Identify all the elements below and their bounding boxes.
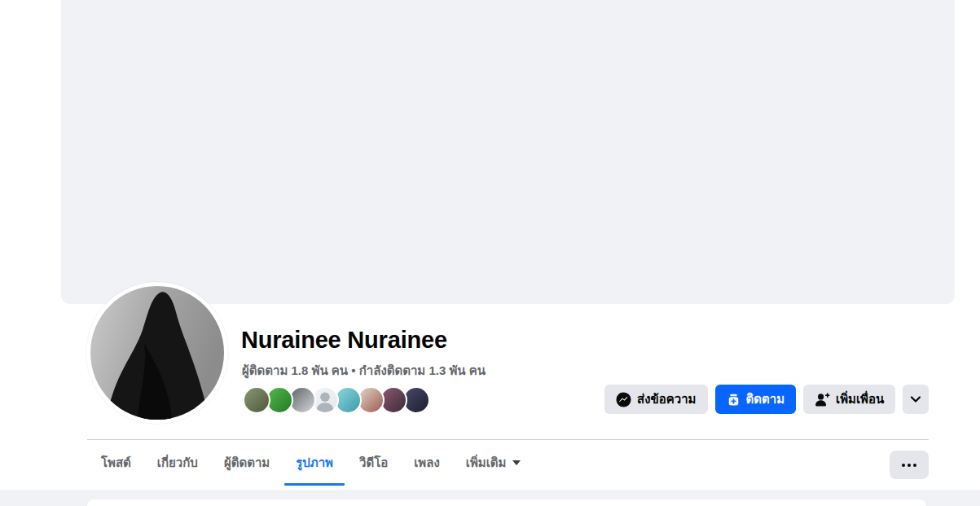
ellipsis-icon <box>907 464 911 467</box>
messenger-icon <box>616 392 631 407</box>
profile-action-bar: ส่งข้อความ ติดตาม <box>604 385 929 414</box>
default-person-icon <box>313 388 337 412</box>
add-friend-button[interactable]: เพิ่มเพื่อน <box>803 385 895 414</box>
tab-label: รูปภาพ <box>296 453 333 473</box>
tab-label: ผู้ติดตาม <box>224 453 270 473</box>
friend-avatar[interactable] <box>243 386 270 414</box>
tab-label: เกี่ยวกับ <box>157 453 198 473</box>
follow-plus-icon <box>727 393 740 407</box>
tab-label: วิดีโอ <box>359 453 388 473</box>
tab-photos[interactable]: รูปภาพ <box>283 440 346 486</box>
content-background <box>0 490 980 506</box>
facebook-profile-page: Nurainee Nurainee ผู้ติดตาม 1.8 พัน คน •… <box>0 0 980 506</box>
more-options-button[interactable] <box>890 451 929 479</box>
send-message-button[interactable]: ส่งข้อความ <box>604 385 708 414</box>
send-message-label: ส่งข้อความ <box>637 389 697 409</box>
add-friend-icon <box>815 392 830 407</box>
ellipsis-icon <box>913 464 916 467</box>
tab-followers[interactable]: ผู้ติดตาม <box>211 440 283 486</box>
ellipsis-icon <box>902 464 905 467</box>
photos-card-top-edge <box>87 499 926 506</box>
tab-more[interactable]: เพิ่มเติม <box>453 440 534 486</box>
profile-tab-bar: โพสต์ เกี่ยวกับ ผู้ติดตาม รูปภาพ วิดีโอ … <box>88 440 534 486</box>
mutual-friends-avatar-stack[interactable] <box>243 386 425 414</box>
chevron-down-icon <box>909 393 922 406</box>
follow-label: ติดตาม <box>746 389 785 409</box>
profile-picture[interactable] <box>86 282 228 424</box>
profile-silhouette-image <box>90 286 224 420</box>
caret-down-icon <box>512 460 521 465</box>
tab-videos[interactable]: วิดีโอ <box>346 440 401 486</box>
tab-posts[interactable]: โพสต์ <box>88 440 144 486</box>
follow-button[interactable]: ติดตาม <box>715 385 797 414</box>
more-actions-chevron-button[interactable] <box>903 385 929 414</box>
profile-name: Nurainee Nurainee <box>241 327 447 354</box>
tab-label: เพลง <box>414 453 440 473</box>
tab-music[interactable]: เพลง <box>401 440 453 486</box>
tab-about[interactable]: เกี่ยวกับ <box>144 440 211 486</box>
tab-label: โพสต์ <box>101 453 131 473</box>
add-friend-label: เพิ่มเพื่อน <box>836 389 884 409</box>
followers-summary[interactable]: ผู้ติดตาม 1.8 พัน คน • กำลังติดตาม 1.3 พ… <box>242 361 486 381</box>
tab-label: เพิ่มเติม <box>466 453 507 473</box>
cover-photo-area <box>61 0 955 304</box>
